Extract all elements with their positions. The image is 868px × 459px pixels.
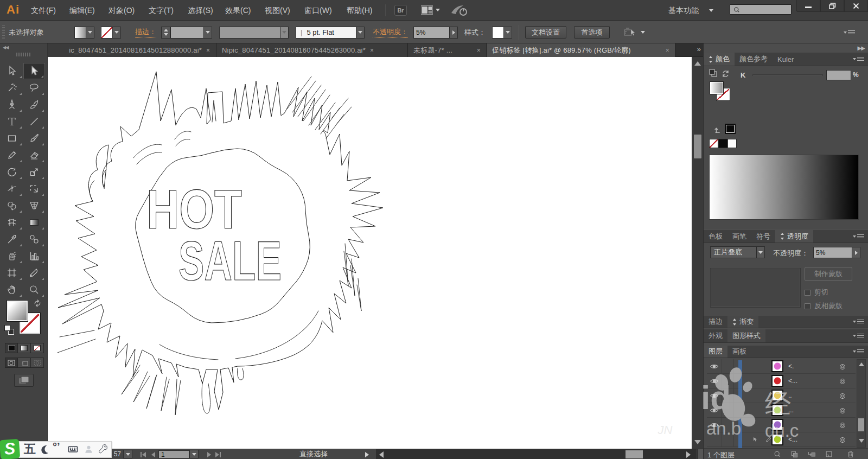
restore-button[interactable]: [820, 0, 844, 12]
tab-transparency[interactable]: 透明度: [775, 230, 813, 243]
select-similar-icon[interactable]: [624, 28, 637, 37]
document-tab-active[interactable]: 促销标签 [转换].ai* @ 689.57% (RGB/轮廓) ×: [487, 43, 675, 57]
layer-thumbnail[interactable]: [771, 390, 783, 401]
workspace-dropdown[interactable]: [709, 9, 713, 12]
select-similar-dropdown[interactable]: [641, 31, 645, 34]
tool-width[interactable]: [1, 181, 23, 197]
fill-color-swatch[interactable]: [74, 27, 86, 39]
ime-keyboard-icon[interactable]: [67, 444, 79, 455]
layer-row[interactable]: <...: [707, 432, 856, 447]
invert-mask-checkbox[interactable]: [805, 303, 810, 309]
stroke-gradient-panel-menu-icon[interactable]: [857, 320, 864, 324]
tool-scale[interactable]: [23, 164, 45, 180]
control-bar-grip[interactable]: [2, 21, 5, 43]
appearance-panel-menu-icon[interactable]: [857, 334, 864, 338]
k-slider[interactable]: [752, 74, 823, 76]
tab-color-guide[interactable]: 颜色参考: [735, 53, 773, 66]
bridge-button[interactable]: Br: [394, 5, 407, 16]
tool-eyedropper[interactable]: [1, 231, 23, 247]
arrange-documents-icon[interactable]: [421, 5, 434, 15]
swap-fill-stroke-icon[interactable]: [33, 299, 42, 308]
document-setup-button[interactable]: 文档设置: [525, 26, 566, 39]
panel-opacity-value[interactable]: 5%: [813, 247, 852, 258]
ime-settings-wrench-icon[interactable]: [98, 444, 108, 455]
fill-color-dropdown[interactable]: [86, 27, 94, 39]
ime-punct-button[interactable]: °’: [53, 441, 65, 456]
tool-pen[interactable]: [1, 97, 23, 113]
tab-gradient[interactable]: 渐变: [727, 316, 758, 328]
tool-lasso[interactable]: [23, 80, 45, 96]
blend-mode-select[interactable]: 正片叠底: [710, 246, 765, 258]
lock-cell[interactable]: [722, 359, 734, 374]
panel-opacity-field[interactable]: 5%: [813, 247, 860, 258]
tab-color[interactable]: 颜色: [704, 53, 735, 66]
close-icon[interactable]: ×: [477, 47, 481, 54]
stepper-down-icon[interactable]: [164, 33, 168, 36]
tool-perspective-grid[interactable]: [23, 197, 45, 214]
last-color-swatch[interactable]: [725, 124, 736, 134]
layers-scrollbar[interactable]: [857, 359, 866, 448]
color-button[interactable]: [5, 343, 18, 353]
search-input[interactable]: [730, 4, 792, 15]
menu-help[interactable]: 帮助(H): [339, 0, 380, 21]
stroke-color-swatch[interactable]: [101, 27, 113, 39]
tool-hand[interactable]: [1, 282, 23, 298]
none-swatch[interactable]: [709, 139, 718, 148]
target-icon[interactable]: [839, 392, 846, 400]
target-icon[interactable]: [839, 436, 846, 444]
first-artboard-button[interactable]: [139, 451, 148, 458]
tool-pencil[interactable]: [1, 147, 23, 163]
scroll-right-icon[interactable]: [686, 451, 691, 458]
document-tab[interactable]: 未标题-7* ... ×: [408, 43, 487, 57]
draw-inside-button[interactable]: [31, 358, 44, 368]
tool-artboard[interactable]: [1, 265, 23, 281]
horizontal-scrollbar-thumb[interactable]: [626, 450, 643, 458]
minimize-button[interactable]: [796, 0, 820, 12]
tool-rectangle[interactable]: [1, 130, 23, 146]
none-button[interactable]: [31, 343, 44, 353]
new-layer-icon[interactable]: [825, 450, 833, 458]
tool-shape-builder[interactable]: [1, 197, 23, 214]
status-expand-icon[interactable]: [365, 452, 369, 457]
draw-behind-button[interactable]: [18, 358, 31, 368]
tool-magic-wand[interactable]: [1, 80, 23, 96]
white-swatch[interactable]: [727, 139, 737, 148]
layer-label[interactable]: <.: [788, 362, 794, 370]
screen-mode-button[interactable]: [14, 374, 34, 387]
close-icon[interactable]: ×: [206, 47, 210, 54]
layers-panel-menu-icon[interactable]: [857, 349, 864, 354]
blend-mode-value[interactable]: 正片叠底: [710, 246, 757, 258]
vertical-scrollbar[interactable]: [692, 57, 703, 449]
menu-type[interactable]: 文字(T): [141, 0, 181, 21]
visibility-cell[interactable]: [707, 418, 722, 432]
tool-column-graph[interactable]: [23, 248, 45, 264]
layers-scrollbar-thumb[interactable]: [858, 418, 864, 431]
fill-swatch[interactable]: [7, 300, 28, 322]
delete-layer-icon[interactable]: [846, 450, 855, 458]
panel-opacity-spinner[interactable]: [852, 247, 860, 258]
tool-blend[interactable]: [23, 231, 45, 247]
artboard-dropdown[interactable]: [189, 450, 199, 458]
tool-blob-brush[interactable]: [23, 97, 45, 113]
next-artboard-button[interactable]: [205, 451, 213, 458]
opacity-label[interactable]: 不透明度：: [373, 21, 408, 43]
opacity-spinner[interactable]: [450, 27, 458, 39]
target-icon[interactable]: [839, 407, 846, 415]
tool-gradient[interactable]: [23, 214, 45, 231]
clip-checkbox[interactable]: [805, 290, 810, 296]
target-icon[interactable]: [839, 378, 846, 385]
horizontal-scrollbar[interactable]: [376, 449, 697, 459]
last-artboard-button[interactable]: [214, 451, 222, 458]
visibility-eye-icon[interactable]: [709, 420, 719, 430]
visibility-eye-icon[interactable]: [709, 391, 719, 400]
opacity-link-label[interactable]: 不透明度：: [373, 27, 408, 38]
stroke-weight-combo[interactable]: [170, 21, 212, 43]
document-tab[interactable]: Nipic_8047451_20140816075445263000.ai* ×: [216, 43, 408, 57]
default-fill-stroke-icon[interactable]: [4, 325, 15, 336]
stroke-weight-stepper[interactable]: [161, 21, 170, 43]
layer-label[interactable]: ..: [788, 392, 792, 399]
layer-thumbnail[interactable]: [771, 404, 783, 416]
ime-mode-button[interactable]: 五: [23, 442, 37, 456]
arrange-documents-dropdown[interactable]: [436, 9, 440, 11]
toolbar-collapse-icon[interactable]: ◀◀: [3, 45, 8, 50]
